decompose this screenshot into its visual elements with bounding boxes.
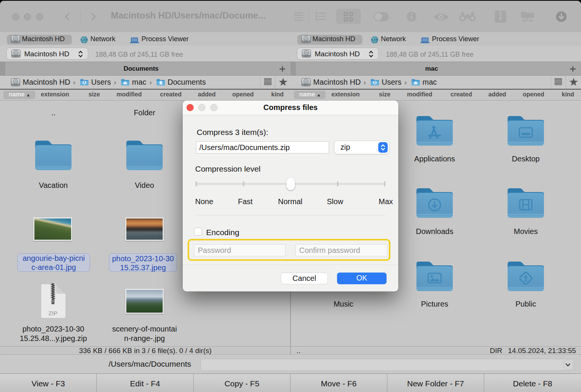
svg-text:ZIP: ZIP (48, 310, 57, 316)
